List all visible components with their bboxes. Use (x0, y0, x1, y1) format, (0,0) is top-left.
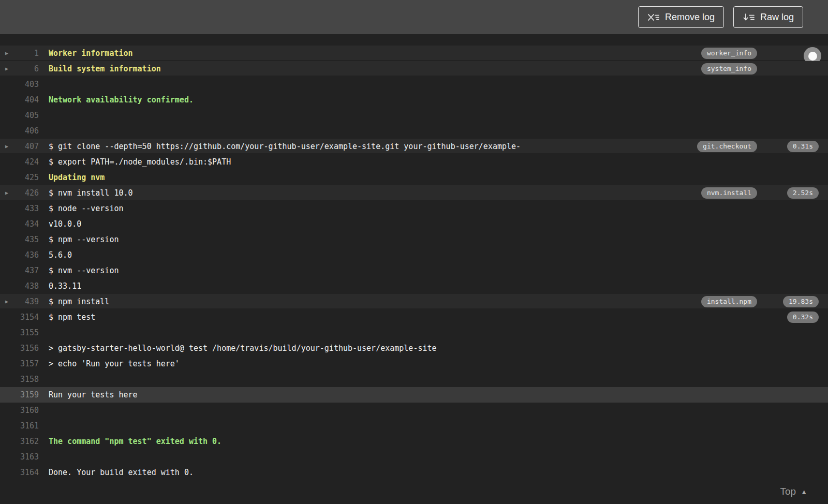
log-row: 403 (0, 77, 828, 92)
log-line-text: The command "npm test" exited with 0. (49, 434, 745, 449)
log-row: 433 $ node --version (0, 201, 828, 216)
duration-badge: 0.32s (787, 312, 819, 323)
line-number-link[interactable]: 406 (0, 123, 39, 139)
line-number-link[interactable]: 6 (0, 61, 39, 77)
log-row: ▶ 426 $ nvm install 10.0 nvm.install 2.5… (0, 185, 828, 201)
caret-up-icon: ▲ (801, 488, 807, 496)
raw-log-button[interactable]: Raw log (733, 6, 803, 28)
log-line-text: 5.6.0 (49, 247, 745, 263)
line-number-link[interactable]: 434 (0, 216, 39, 232)
fold-name-badge: git.checkout (697, 141, 757, 152)
line-number-link[interactable]: 424 (0, 154, 39, 170)
log-line-text: $ npm install (49, 294, 745, 309)
fold-name-badge: install.npm (701, 296, 757, 307)
line-number-link[interactable]: 433 (0, 201, 39, 216)
log-line-text: $ nvm --version (49, 263, 745, 278)
log-line-text: Done. Your build exited with 0. (49, 465, 745, 480)
line-number-link[interactable]: 3163 (0, 449, 39, 465)
log-row: 3158 (0, 372, 828, 387)
log-row: 437 $ nvm --version (0, 263, 828, 278)
top-label: Top (780, 486, 796, 497)
log-toolbar: Remove log Raw log (0, 0, 828, 34)
scroll-knob-dot (808, 52, 817, 61)
line-number-link[interactable]: 439 (0, 294, 39, 309)
log-line-text: $ npm test (49, 309, 745, 325)
line-number-link[interactable]: 425 (0, 170, 39, 185)
remove-log-button[interactable]: Remove log (638, 6, 724, 28)
log-row: ▶ 407 $ git clone --depth=50 https://git… (0, 139, 828, 154)
line-number-link[interactable]: 403 (0, 77, 39, 92)
log-line-text: 0.33.11 (49, 278, 745, 294)
log-row: 3161 (0, 418, 828, 434)
raw-log-label: Raw log (760, 12, 794, 23)
log-row: ▶ 1 Worker information worker_info (0, 46, 828, 61)
line-number-link[interactable]: 3161 (0, 418, 39, 434)
duration-badge: 2.52s (787, 187, 819, 199)
log-line-text: Updating nvm (49, 170, 745, 185)
line-number-link[interactable]: 3159 (0, 387, 39, 403)
remove-log-label: Remove log (665, 12, 715, 23)
line-number-link[interactable]: 3154 (0, 309, 39, 325)
log-line-text: Worker information (49, 46, 745, 61)
log-row: 3155 (0, 325, 828, 340)
log-line-text: $ node --version (49, 201, 745, 216)
log-line-text: Build system information (49, 61, 745, 77)
line-number-link[interactable]: 436 (0, 247, 39, 263)
line-number-link[interactable]: 407 (0, 139, 39, 154)
log-row: 424 $ export PATH=./node_modules/.bin:$P… (0, 154, 828, 170)
raw-log-icon (743, 13, 755, 22)
log-row: 3162 The command "npm test" exited with … (0, 434, 828, 449)
line-number-link[interactable]: 3155 (0, 325, 39, 340)
log-row: 425 Updating nvm (0, 170, 828, 185)
log-row: 405 (0, 108, 828, 123)
log-row: 404 Network availability confirmed. (0, 92, 828, 108)
log-line-text: Run your tests here (49, 387, 745, 403)
log-row: 3164 Done. Your build exited with 0. (0, 465, 828, 480)
log-line-text: > gatsby-starter-hello-world@ test /home… (49, 340, 745, 356)
line-number-link[interactable]: 405 (0, 108, 39, 123)
line-number-link[interactable]: 404 (0, 92, 39, 108)
log-row: 3154 $ npm test 0.32s (0, 309, 828, 325)
line-number-link[interactable]: 3156 (0, 340, 39, 356)
log-row: 3157 > echo 'Run your tests here' (0, 356, 828, 372)
log-row: 3156 > gatsby-starter-hello-world@ test … (0, 340, 828, 356)
build-log: ▶ 1 Worker information worker_info ▶ 6 B… (0, 34, 828, 504)
log-row: 406 (0, 123, 828, 139)
duration-badge: 19.83s (783, 296, 819, 307)
log-line-text: > echo 'Run your tests here' (49, 356, 745, 372)
log-row: 3159 Run your tests here (0, 387, 828, 403)
line-number-link[interactable]: 426 (0, 185, 39, 201)
duration-badge: 0.31s (787, 141, 819, 152)
scroll-to-top-link[interactable]: Top ▲ (780, 486, 807, 497)
log-line-text: $ export PATH=./node_modules/.bin:$PATH (49, 154, 745, 170)
fold-name-badge: nvm.install (701, 187, 757, 199)
line-number-link[interactable]: 437 (0, 263, 39, 278)
log-row: 434 v10.0.0 (0, 216, 828, 232)
log-line-text: $ git clone --depth=50 https://github.co… (49, 139, 745, 154)
log-row: 438 0.33.11 (0, 278, 828, 294)
line-number-link[interactable]: 3164 (0, 465, 39, 480)
log-line-text: $ nvm install 10.0 (49, 185, 745, 201)
line-number-link[interactable]: 3157 (0, 356, 39, 372)
log-row: ▶ 6 Build system information system_info (0, 61, 828, 77)
line-number-link[interactable]: 3160 (0, 403, 39, 418)
remove-log-icon (647, 13, 659, 22)
line-number-link[interactable]: 438 (0, 278, 39, 294)
line-number-link[interactable]: 1 (0, 46, 39, 61)
log-row: 3160 (0, 403, 828, 418)
log-row: 3163 (0, 449, 828, 465)
log-row: ▶ 439 $ npm install install.npm 19.83s (0, 294, 828, 309)
log-row: 435 $ npm --version (0, 232, 828, 247)
log-row: 436 5.6.0 (0, 247, 828, 263)
line-number-link[interactable]: 435 (0, 232, 39, 247)
fold-name-badge: system_info (701, 63, 757, 75)
fold-name-badge: worker_info (701, 48, 757, 59)
log-line-text: v10.0.0 (49, 216, 745, 232)
line-number-link[interactable]: 3162 (0, 434, 39, 449)
line-number-link[interactable]: 3158 (0, 372, 39, 387)
log-line-text: Network availability confirmed. (49, 92, 745, 108)
log-line-text: $ npm --version (49, 232, 745, 247)
